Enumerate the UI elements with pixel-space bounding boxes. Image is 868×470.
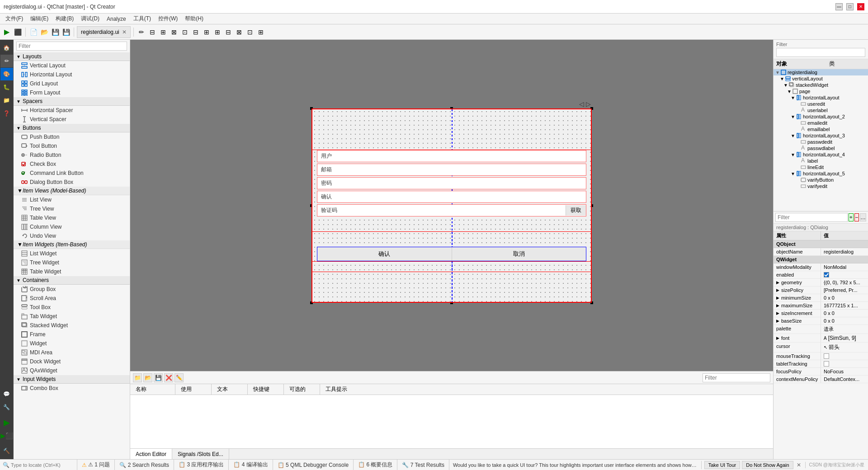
prop-more-btn[interactable]: … (860, 213, 866, 221)
tree-widget-item[interactable]: Tree Widget (14, 258, 130, 267)
menu-build[interactable]: 构建(B) (52, 14, 77, 24)
break-layout-btn[interactable]: ⊞ (256, 27, 266, 37)
confirm-input[interactable] (335, 192, 586, 201)
no-show-btn[interactable]: Do Not Show Again (742, 461, 793, 469)
status-item-search[interactable]: 🔍 2 Search Results (115, 460, 174, 470)
group-box-item[interactable]: GB Group Box (14, 285, 130, 294)
item-views-header[interactable]: ▼ Item Views (Model-Based) (14, 187, 130, 195)
tree-useredit[interactable]: useredit (774, 101, 868, 107)
verify-get-btn[interactable]: 获取 (566, 205, 586, 216)
status-item-test[interactable]: 🔧 7 Test Results (397, 460, 449, 470)
open-file-btn[interactable]: 📂 (39, 27, 49, 37)
align-top-btn[interactable]: ⊡ (180, 27, 190, 37)
tree-expand-hl2[interactable]: ▼ (791, 114, 795, 119)
prop-baseSize[interactable]: ▶baseSize 0 x 0 (774, 317, 868, 325)
tabletTracking-checkbox[interactable] (824, 361, 829, 367)
prop-objectName[interactable]: objectName registerdialog (774, 248, 868, 256)
status-close-btn[interactable]: ✕ (795, 461, 802, 469)
prop-font-arrow[interactable]: ▶ (776, 336, 779, 340)
menu-tools[interactable]: 工具(T) (130, 14, 155, 24)
left-help-btn[interactable]: ❓ (0, 107, 13, 120)
align-right-btn[interactable]: ⊠ (169, 27, 179, 37)
widget-item[interactable]: Widget (14, 339, 130, 348)
list-widget-item[interactable]: List Widget (14, 249, 130, 258)
menu-analyze[interactable]: Analyze (103, 15, 130, 23)
tree-horizontalLayout[interactable]: ▼ horizontalLayout (774, 94, 868, 101)
tree-expand-hl[interactable]: ▼ (791, 95, 795, 100)
tree-page[interactable]: ▼ page (774, 88, 868, 94)
left-debugplay-btn[interactable]: ▶⬛ (0, 429, 13, 442)
enabled-checkbox[interactable] (824, 272, 829, 277)
tree-expand-hl4[interactable]: ▼ (791, 152, 795, 157)
menu-debug[interactable]: 调试(D) (77, 14, 103, 24)
prop-sizeIncrement-arrow[interactable]: ▶ (776, 311, 779, 315)
qax-widget-item[interactable]: AX QAxWidget (14, 366, 130, 375)
tree-passwdlabel[interactable]: A passwdlabel (774, 145, 868, 151)
minimize-btn[interactable]: — (835, 3, 843, 10)
tree-expand-sw[interactable]: ▼ (783, 83, 788, 88)
action-add-btn[interactable]: 📁 (133, 373, 142, 382)
input-widgets-header[interactable]: ▼ Input Widgets (14, 375, 130, 384)
left-qtchat-btn[interactable]: 💬 (0, 388, 13, 400)
verify-input[interactable] (341, 206, 566, 215)
prop-remove-btn[interactable]: − (854, 213, 859, 221)
form-layout-item[interactable]: Form Layout (14, 88, 130, 97)
status-item-qml[interactable]: 📋 5 QML Debugger Console (273, 460, 354, 470)
maximize-btn[interactable]: □ (846, 3, 854, 10)
horizontal-layout-item[interactable]: Horizontal Layout (14, 70, 130, 79)
tree-emaillabel[interactable]: A emaillabel (774, 126, 868, 132)
tree-expand-vl[interactable]: ▼ (780, 76, 784, 81)
tree-horizontalLayout2[interactable]: ▼ horizontalLayout_2 (774, 113, 868, 120)
menu-help[interactable]: 帮助(H) (181, 14, 207, 24)
tree-varifyedit[interactable]: varifyedit (774, 183, 868, 189)
prop-maximumSize[interactable]: ▶maximumSize 16777215 x 1... (774, 302, 868, 310)
tree-emailedit[interactable]: emailedit (774, 120, 868, 126)
tree-stackedWidget[interactable]: ▼ stackedWidget (774, 82, 868, 88)
left-edit-btn[interactable]: ✏ (0, 55, 13, 67)
debug-play-btn[interactable]: ▶ (2, 27, 12, 37)
tree-label[interactable]: A label (774, 158, 868, 164)
check-box-item[interactable]: Check Box (14, 160, 130, 169)
scroll-area-item[interactable]: Scroll Area (14, 294, 130, 303)
buttons-section-header[interactable]: ▼ Buttons (14, 124, 130, 132)
align-left-btn[interactable]: ⊟ (147, 27, 157, 37)
left-wrench-btn[interactable]: 🔨 (0, 445, 13, 457)
design-canvas[interactable]: ◁ ▷ 用户 (130, 40, 773, 371)
prop-font[interactable]: ▶font A [SimSun, 9] (774, 334, 868, 343)
prop-add-btn[interactable]: + (849, 213, 854, 221)
tree-view-item[interactable]: Tree View (14, 204, 130, 213)
save-file-btn[interactable]: 💾 (50, 27, 60, 37)
right-filter-input[interactable] (776, 48, 865, 57)
layout-grid-btn[interactable]: ⊠ (234, 27, 244, 37)
new-file-btn[interactable]: 📄 (28, 27, 38, 37)
debug-stop-btn[interactable]: ⬛ (13, 27, 23, 37)
push-button-item[interactable]: Push Button (14, 132, 130, 141)
layout-h-btn[interactable]: ⊞ (212, 27, 222, 37)
tree-userlabel[interactable]: A userlabel (774, 107, 868, 113)
menu-edit[interactable]: 编辑(E) (27, 14, 52, 24)
tree-expand-hl3[interactable]: ▼ (791, 133, 795, 138)
spacers-section-header[interactable]: ▼ Spacers (14, 97, 130, 106)
radio-button-item[interactable]: Radio Button (14, 150, 130, 160)
status-search-input[interactable] (11, 462, 74, 468)
prop-focusPolicy[interactable]: focusPolicy NoFocus (774, 368, 868, 376)
take-tour-btn[interactable]: Take UI Tour (704, 461, 741, 469)
left-debug2-btn[interactable]: 🔧 (0, 401, 13, 414)
action-edit-btn[interactable]: ✏️ (175, 373, 184, 382)
mdi-area-item[interactable]: MDI Area (14, 348, 130, 357)
prop-contextMenuPolicy[interactable]: contextMenuPolicy DefaultContex... (774, 376, 868, 383)
tab-widget-item[interactable]: Tab Widget (14, 312, 130, 321)
stacked-widget-item[interactable]: Stacked Widget (14, 321, 130, 330)
tool-box-item[interactable]: Tool Box (14, 303, 130, 312)
left-project-btn[interactable]: 📁 (0, 94, 13, 107)
prop-enabled[interactable]: enabled (774, 271, 868, 279)
action-open-btn[interactable]: 📂 (143, 373, 152, 382)
list-view-item[interactable]: List View (14, 195, 130, 204)
edit-widget-btn[interactable]: ✏ (137, 27, 146, 37)
frame-item[interactable]: Frame (14, 330, 130, 339)
prop-geometry-arrow[interactable]: ▶ (776, 280, 779, 285)
email-input[interactable] (335, 165, 586, 174)
cancel-dialog-btn[interactable]: 取消 (452, 247, 586, 261)
align-center-h-btn[interactable]: ⊞ (158, 27, 168, 37)
status-item-problems[interactable]: ⚠ ⚠ 1 问题 (77, 460, 115, 470)
